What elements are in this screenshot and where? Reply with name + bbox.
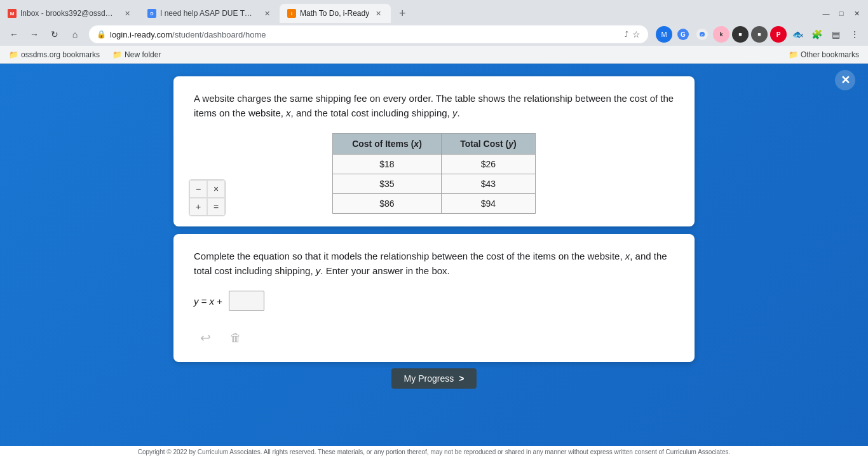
- calculator-widget: − × + =: [189, 179, 226, 216]
- maximize-button[interactable]: □: [835, 7, 848, 20]
- main-content: ✕ A website charges the same shipping fe…: [0, 64, 868, 458]
- calc-minus[interactable]: −: [189, 180, 207, 198]
- my-progress-label: My Progress: [404, 373, 454, 384]
- tab-docs[interactable]: D I need help ASAP DUE TODAY P! ✕: [140, 4, 280, 23]
- close-window-button[interactable]: ✕: [850, 7, 863, 20]
- delete-button[interactable]: 🗑: [224, 326, 247, 349]
- tab-iready-close[interactable]: ✕: [373, 8, 383, 18]
- data-table: Cost of Items (x) Total Cost (y) $18 $26…: [332, 133, 536, 214]
- svg-text:D: D: [150, 11, 153, 16]
- row1-col2: $26: [441, 155, 535, 174]
- other-bookmarks-label: Other bookmarks: [801, 50, 859, 59]
- bottom-bar: My Progress >: [391, 362, 477, 392]
- my-progress-arrow: >: [459, 373, 464, 384]
- address-domain: login.i-ready.com: [110, 30, 172, 39]
- sidebar-icon[interactable]: ▤: [827, 26, 844, 43]
- row2-col2: $43: [441, 174, 535, 194]
- toolbar-icons: M G c k ■ ■ P 🐟 🧩 ▤ ⋮: [656, 26, 863, 43]
- tab-bar: M Inbox - brooks392@ossdms.org ✕ D I nee…: [0, 0, 868, 23]
- address-bar-row: ← → ↻ ⌂ 🔒 login.i-ready.com/student/dash…: [0, 23, 868, 46]
- folder-icon: 📁: [9, 50, 18, 59]
- row1-col1: $18: [333, 155, 442, 174]
- pinterest-icon[interactable]: P: [770, 26, 787, 43]
- svg-text:i: i: [291, 11, 292, 16]
- copyright-bar: Copyright © 2022 by Curriculum Associate…: [0, 446, 868, 458]
- profile-icon[interactable]: M: [656, 26, 672, 43]
- close-button[interactable]: ✕: [835, 70, 855, 90]
- svg-text:M: M: [10, 11, 15, 17]
- row3-col1: $86: [333, 194, 442, 214]
- menu-icon[interactable]: ⋮: [846, 26, 863, 43]
- fish-icon[interactable]: 🐟: [789, 26, 806, 43]
- tab-gmail-close[interactable]: ✕: [122, 8, 132, 18]
- answer-input[interactable]: [229, 291, 264, 311]
- tab-gmail[interactable]: M Inbox - brooks392@ossdms.org ✕: [0, 4, 140, 23]
- star-icon[interactable]: ☆: [632, 29, 641, 39]
- tab-docs-close[interactable]: ✕: [262, 8, 272, 18]
- bookmarks-bar: 📁 ossdms.org bookmarks 📁 New folder 📁 Ot…: [0, 46, 868, 64]
- chrome-icon[interactable]: c: [694, 26, 710, 43]
- svg-text:c: c: [701, 32, 703, 38]
- tab-iready-label: Math To Do, i-Ready: [300, 9, 369, 18]
- col2-header: Total Cost (y): [441, 134, 535, 155]
- address-box[interactable]: 🔒 login.i-ready.com/student/dashboard/ho…: [89, 25, 648, 43]
- table-row: $18 $26: [333, 155, 536, 174]
- forward-button[interactable]: →: [25, 25, 43, 43]
- iready-favicon: i: [287, 9, 296, 18]
- question-card: A website charges the same shipping fee …: [173, 76, 695, 226]
- my-progress-button[interactable]: My Progress >: [391, 368, 477, 389]
- extensions-icon[interactable]: 🧩: [808, 26, 825, 43]
- minimize-button[interactable]: —: [820, 7, 832, 20]
- svg-text:G: G: [681, 31, 686, 38]
- calc-plus[interactable]: +: [189, 198, 207, 216]
- klarna-icon[interactable]: k: [713, 26, 729, 43]
- bookmark-new-folder-label: New folder: [125, 50, 161, 59]
- lock-icon: 🔒: [97, 30, 106, 39]
- copyright-text: Copyright © 2022 by Curriculum Associate…: [138, 448, 731, 455]
- answer-actions: ↩ 🗑: [194, 326, 674, 349]
- tab-iready[interactable]: i Math To Do, i-Ready ✕: [280, 4, 391, 23]
- tab-gmail-label: Inbox - brooks392@ossdms.org: [20, 9, 118, 18]
- google-icon[interactable]: G: [675, 26, 691, 43]
- address-text: login.i-ready.com/student/dashboard/home: [110, 30, 621, 39]
- docs-favicon: D: [147, 9, 156, 18]
- equation-row: y = x +: [194, 291, 674, 311]
- refresh-button[interactable]: ↻: [46, 25, 64, 43]
- browser-chrome: M Inbox - brooks392@ossdms.org ✕ D I nee…: [0, 0, 868, 64]
- share-icon[interactable]: ⤴: [625, 30, 628, 39]
- calc-multiply[interactable]: ×: [207, 180, 225, 198]
- bookmark-ossdms-label: ossdms.org bookmarks: [21, 50, 100, 59]
- bookmark-ossdms[interactable]: 📁 ossdms.org bookmarks: [5, 49, 104, 60]
- address-path: /student/dashboard/home: [172, 30, 266, 39]
- calc-equals[interactable]: =: [207, 198, 225, 216]
- gmail-favicon: M: [8, 9, 17, 18]
- equation-prefix: y = x +: [194, 296, 222, 307]
- undo-button[interactable]: ↩: [194, 326, 217, 349]
- ext1-icon[interactable]: ■: [732, 26, 749, 43]
- other-bookmarks-folder-icon: 📁: [789, 50, 798, 59]
- answer-card: Complete the equation so that it models …: [173, 234, 695, 362]
- ext2-icon[interactable]: ■: [751, 26, 768, 43]
- row3-col2: $94: [441, 194, 535, 214]
- new-tab-button[interactable]: +: [393, 4, 411, 22]
- back-button[interactable]: ←: [5, 25, 23, 43]
- col1-header: Cost of Items (x): [333, 134, 442, 155]
- tab-docs-label: I need help ASAP DUE TODAY P!: [160, 9, 258, 18]
- table-row: $86 $94: [333, 194, 536, 214]
- answer-instruction: Complete the equation so that it models …: [194, 249, 674, 278]
- tab-bar-controls: — □ ✕: [820, 4, 868, 23]
- table-row: $35 $43: [333, 174, 536, 194]
- home-button[interactable]: ⌂: [66, 25, 84, 43]
- problem-text: A website charges the same shipping fee …: [194, 92, 674, 120]
- folder-icon-2: 📁: [112, 50, 122, 59]
- bookmark-new-folder[interactable]: 📁 New folder: [109, 49, 165, 60]
- other-bookmarks[interactable]: 📁 Other bookmarks: [785, 49, 863, 60]
- row2-col1: $35: [333, 174, 442, 194]
